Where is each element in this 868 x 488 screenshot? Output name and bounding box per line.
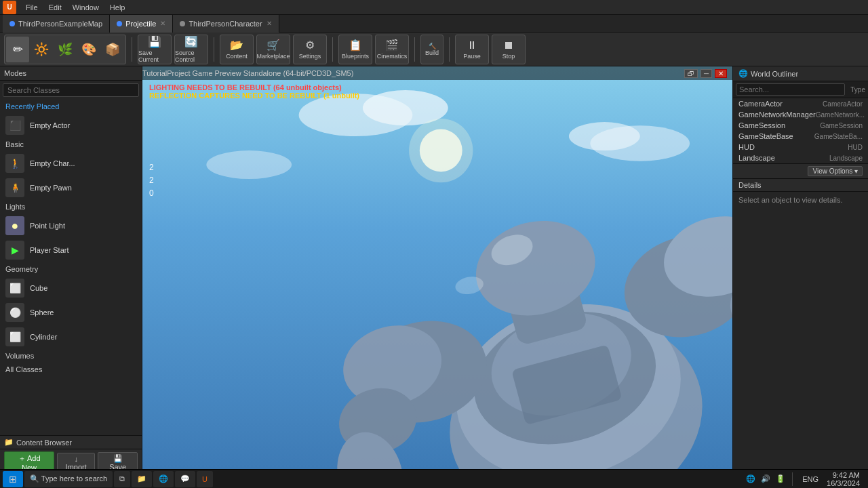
tab-map[interactable]: ThirdPersonExampleMap <box>3 15 110 33</box>
empty-char-icon: 🚶 <box>5 154 24 173</box>
empty-pawn-icon: 🧍 <box>5 178 24 197</box>
network-manager-type: GameNetwork... <box>816 111 865 119</box>
edge-icon: 🌐 <box>159 474 168 483</box>
outliner-item-game-session[interactable]: GameSession GameSession <box>733 120 868 131</box>
tab-label: ThirdPersonExampleMap <box>18 20 102 28</box>
tab-character[interactable]: ThirdPersonCharacter ✕ <box>173 15 279 33</box>
taskbar-search[interactable]: 🔍 Type here to search <box>24 471 113 487</box>
right-panel: 🌐 World Outliner Type CameraActor Camera… <box>732 66 868 469</box>
view-options-button[interactable]: View Options ▾ <box>808 166 863 176</box>
menu-help[interactable]: Help <box>104 2 131 13</box>
mode-foliage[interactable]: 🌿 <box>54 37 77 62</box>
point-light-icon: ● <box>5 216 24 235</box>
save-label: Save Current <box>138 49 171 63</box>
marketplace-label: Marketplace <box>256 53 290 60</box>
tab-projectile[interactable]: Projectile ✕ <box>110 15 173 33</box>
save-button[interactable]: 💾 Save Current <box>138 35 172 64</box>
menu-edit[interactable]: Edit <box>43 2 67 13</box>
settings-button[interactable]: ⚙ Settings <box>293 35 327 64</box>
outliner-item-camera[interactable]: CameraActor CameraActor <box>733 98 868 109</box>
settings-icon: ⚙ <box>305 39 315 52</box>
viewport[interactable]: TutorialProject Game Preview Standalone … <box>142 66 732 469</box>
search-classes-area <box>0 81 142 100</box>
search-classes-input[interactable] <box>3 83 139 97</box>
start-button[interactable]: ⊞ <box>3 471 23 487</box>
place-item-cube[interactable]: ⬜ Cube <box>0 276 142 300</box>
number-2: 2 <box>149 174 154 187</box>
place-item-sphere[interactable]: ⚪ Sphere <box>0 300 142 325</box>
empty-actor-icon: ⬛ <box>5 116 24 135</box>
place-item-empty-pawn[interactable]: 🧍 Empty Pawn <box>0 176 142 200</box>
modes-label: Modes <box>4 69 26 77</box>
outliner-item-hud[interactable]: HUD HUD <box>733 142 868 152</box>
tab-label: ThirdPersonCharacter <box>189 20 262 28</box>
outliner-item-landscape[interactable]: Landscape Landscape <box>733 152 868 163</box>
hud-label: HUD <box>738 143 755 151</box>
pause-label: Pause <box>463 53 481 60</box>
landscape-type: Landscape <box>829 155 863 162</box>
blueprints-icon: 📋 <box>349 39 362 52</box>
build-button[interactable]: 🔨 Build <box>420 35 443 64</box>
left-panel: Modes Recently Placed ⬛ Empty Actor Basi… <box>0 66 142 469</box>
sphere-label: Sphere <box>30 308 54 317</box>
mode-geometry[interactable]: 📦 <box>101 37 124 62</box>
app-logo: U <box>3 1 16 14</box>
whatsapp-icon: 💬 <box>180 474 190 483</box>
place-item-cylinder[interactable]: ⬜ Cylinder <box>0 325 142 349</box>
category-lights[interactable]: Lights <box>0 200 142 214</box>
place-item-empty-actor[interactable]: ⬛ Empty Actor <box>0 113 142 138</box>
viewport-minimize-button[interactable]: ─ <box>701 69 712 78</box>
network-icon: 🌐 <box>746 474 755 483</box>
viewport-close-button[interactable]: ✕ <box>715 69 727 78</box>
source-control-icon: 🔄 <box>184 35 198 48</box>
place-item-empty-char[interactable]: 🚶 Empty Char... <box>0 151 142 176</box>
playback-controls: ⏸ Pause ⏹ Stop <box>455 35 526 64</box>
taskbar-whatsapp[interactable]: 💬 <box>175 471 195 487</box>
warning-text: LIGHTING NEEDS TO BE REBUILT (64 unbuilt… <box>149 83 359 100</box>
cinematics-button[interactable]: 🎬 Cinematics <box>375 35 409 64</box>
content-browser-icon: 📁 <box>4 438 14 447</box>
number-3: 0 <box>149 187 154 200</box>
marketplace-button[interactable]: 🛒 Marketplace <box>256 35 290 64</box>
tab-label: Projectile <box>125 20 156 28</box>
tab-close-icon[interactable]: ✕ <box>267 20 272 27</box>
taskbar-task-view[interactable]: ⧉ <box>114 471 130 487</box>
source-control-button[interactable]: 🔄 Source Control <box>174 35 208 64</box>
pause-button[interactable]: ⏸ Pause <box>455 35 489 64</box>
place-item-player-start[interactable]: ▶ Player Start <box>0 238 142 262</box>
menu-file[interactable]: File <box>20 2 43 13</box>
camera-actor-type: CameraActor <box>823 100 863 108</box>
content-label: Content <box>226 53 248 60</box>
game-state-label: GameStateBase <box>738 132 793 140</box>
stop-button[interactable]: ⏹ Stop <box>492 35 526 64</box>
taskbar-ue4[interactable]: U <box>197 471 213 487</box>
taskbar-explorer[interactable]: 📁 <box>132 471 152 487</box>
category-geometry[interactable]: Geometry <box>0 262 142 276</box>
viewport-restore-button[interactable]: 🗗 <box>684 69 698 78</box>
outliner-item-network-manager[interactable]: GameNetworkManager GameNetwork... <box>733 109 868 120</box>
robot-scene <box>142 66 732 469</box>
clock-time: 9:42 AM <box>827 471 860 479</box>
outliner-search-input[interactable] <box>736 83 845 96</box>
tab-close-icon[interactable]: ✕ <box>160 20 165 27</box>
lighting-warning: LIGHTING NEEDS TO BE REBUILT (64 unbuilt… <box>149 83 359 92</box>
category-recently-placed[interactable]: Recently Placed <box>0 100 142 113</box>
taskbar-edge[interactable]: 🌐 <box>153 471 174 487</box>
category-all-classes[interactable]: All Classes <box>0 363 142 376</box>
content-button[interactable]: 📂 Content <box>220 35 254 64</box>
player-start-label: Player Start <box>30 246 68 254</box>
mode-landscape[interactable]: 🔆 <box>30 37 53 62</box>
blueprints-label: Blueprints <box>342 53 369 60</box>
mode-select[interactable]: ✏ <box>6 37 29 62</box>
menu-window[interactable]: Window <box>67 2 104 13</box>
category-volumes[interactable]: Volumes <box>0 349 142 363</box>
outliner-search-row: Type <box>733 81 868 98</box>
empty-actor-label: Empty Actor <box>30 121 70 129</box>
mode-paint[interactable]: 🎨 <box>77 37 100 62</box>
outliner-item-game-state[interactable]: GameStateBase GameStateBa... <box>733 131 868 142</box>
blueprints-button[interactable]: 📋 Blueprints <box>338 35 372 64</box>
network-manager-label: GameNetworkManager <box>738 110 816 119</box>
category-basic[interactable]: Basic <box>0 138 142 151</box>
cylinder-label: Cylinder <box>30 333 57 341</box>
place-item-point-light[interactable]: ● Point Light <box>0 214 142 238</box>
